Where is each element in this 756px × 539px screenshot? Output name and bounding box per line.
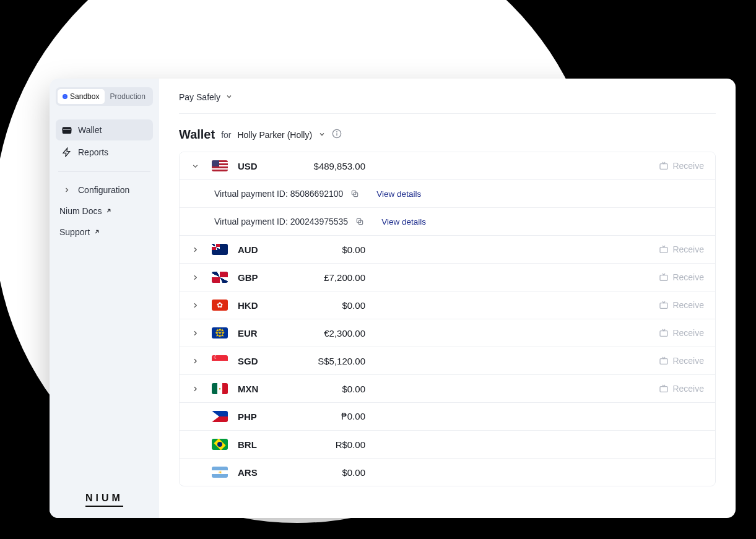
lightning-icon [62,147,72,157]
currency-amount: $0.00 [279,300,365,311]
chevron-right-icon[interactable] [191,273,199,282]
brand-logo: NIUM [85,493,123,507]
chevron-right-icon[interactable] [191,468,199,476]
currency-amount: $0.00 [279,384,365,394]
flag-icon [212,160,228,171]
flag-icon [212,467,228,478]
wallet-for-label: for [221,130,231,140]
nav-support-label: Support [59,227,90,237]
receive-button[interactable]: Receive [642,272,704,282]
chevron-down-icon[interactable] [191,162,199,170]
wallet-icon [62,125,72,135]
env-production-label: Production [110,92,146,101]
receive-label: Receive [672,161,704,171]
nav-configuration[interactable]: Configuration [56,179,153,201]
receive-button[interactable]: Receive [642,161,704,171]
app-window: Sandbox Production Wallet Reports Config… [50,79,736,518]
receive-label: Receive [672,272,704,282]
chevron-right-icon[interactable] [191,356,199,365]
copy-icon[interactable] [350,189,359,198]
vpa-label: Virtual payment ID: 200243975535 [214,217,348,226]
chevron-down-icon[interactable] [225,92,233,102]
svg-rect-11 [660,275,667,281]
chevron-right-icon[interactable] [191,301,199,309]
currency-code: HKD [238,300,272,311]
receive-button[interactable]: Receive [642,356,704,366]
flag-icon [212,355,228,366]
currency-row[interactable]: SGD S$5,120.00 Receive [180,347,715,374]
receive-button[interactable]: Receive [642,384,704,394]
chevron-down-icon[interactable] [318,129,326,140]
nav-wallet[interactable]: Wallet [56,119,153,140]
currency-row[interactable]: BRL R$0.00 [180,430,715,458]
receive-button[interactable]: Receive [642,244,704,254]
svg-rect-14 [660,359,667,364]
svg-rect-13 [660,331,667,337]
nav-reports[interactable]: Reports [56,142,153,163]
receive-button[interactable]: Receive [642,300,704,310]
chevron-right-icon[interactable] [191,329,199,337]
svg-rect-15 [660,387,667,392]
external-link-icon [105,206,112,216]
receive-button[interactable]: Receive [642,328,704,338]
flag-icon [212,439,228,450]
view-details-link[interactable]: View details [381,217,426,226]
currency-amount: $0.00 [279,244,365,255]
env-sandbox-label: Sandbox [70,92,99,101]
info-icon[interactable] [332,129,342,141]
receive-label: Receive [672,384,704,394]
chevron-right-icon [62,185,72,195]
chevron-right-icon[interactable] [191,245,199,254]
currency-code: GBP [238,272,272,283]
currency-row[interactable]: HKD $0.00 Receive [180,291,715,319]
nav-docs-label: Nium Docs [59,206,102,216]
flag-icon [212,300,228,311]
currency-row[interactable]: AUD $0.00 Receive [180,235,715,263]
chevron-right-icon[interactable] [191,440,199,449]
product-selector[interactable]: Pay Safely [179,92,220,102]
chevron-right-icon[interactable] [191,412,199,421]
currency-amount: ₱0.00 [279,411,365,422]
svg-rect-12 [660,303,667,309]
currency-code: BRL [238,439,272,450]
product-label: Pay Safely [179,92,220,102]
nav-reports-label: Reports [78,147,108,157]
wallet-owner: Holly Parker (Holly) [238,130,313,140]
flag-icon [212,272,228,283]
currency-code: MXN [238,384,272,394]
currency-row[interactable]: GBP £7,200.00 Receive [180,263,715,291]
currency-row[interactable]: ARS $0.00 [180,458,715,486]
nav-configuration-label: Configuration [78,185,129,195]
external-link-icon [93,227,100,237]
currency-code: AUD [238,244,272,255]
nav-support-link[interactable]: Support [56,222,153,243]
env-production-button[interactable]: Production [105,89,152,104]
currency-row[interactable]: PHP ₱0.00 [180,402,715,430]
main-content: Pay Safely Wallet for Holly Parker (Holl… [159,79,736,518]
page-title: Wallet [179,127,215,142]
currency-row[interactable]: MXN $0.00 Receive [180,374,715,402]
currency-code: SGD [238,356,272,366]
receive-label: Receive [672,328,704,338]
receive-label: Receive [672,356,704,366]
chevron-right-icon[interactable] [191,384,199,393]
virtual-payment-row: Virtual payment ID: 200243975535 View de… [180,207,715,235]
currency-row[interactable]: USD $489,853.00 Receive [180,152,715,179]
virtual-payment-row: Virtual payment ID: 85086692100 View det… [180,179,715,207]
receive-label: Receive [672,300,704,310]
currency-code: ARS [238,467,272,478]
flag-icon [212,383,228,394]
topbar: Pay Safely [179,92,716,114]
currency-amount: R$0.00 [279,439,365,450]
flag-icon [212,327,228,338]
currency-code: EUR [238,328,272,338]
view-details-link[interactable]: View details [376,189,421,199]
copy-icon[interactable] [355,217,364,226]
svg-point-4 [337,131,337,132]
flag-icon [212,411,228,422]
currency-amount: $489,853.00 [279,161,365,171]
currency-row[interactable]: EUR €2,300.00 Receive [180,319,715,347]
env-sandbox-button[interactable]: Sandbox [58,89,105,104]
currency-amount: $0.00 [279,467,365,478]
nav-docs-link[interactable]: Nium Docs [56,201,153,222]
